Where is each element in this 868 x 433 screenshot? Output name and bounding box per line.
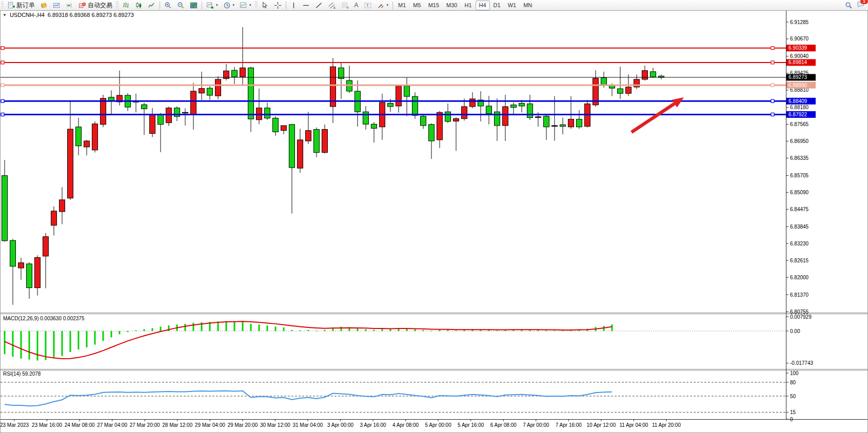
svg-text:23 Mar 16:00: 23 Mar 16:00	[32, 422, 62, 428]
new-order-label: 新订单	[16, 1, 35, 10]
equidistant-channel-button[interactable]: E	[325, 0, 339, 11]
tab-timeframe-m30[interactable]: M30	[443, 1, 461, 10]
svg-text:27 Mar 20:00: 27 Mar 20:00	[130, 422, 160, 428]
svg-text:7 Apr 16:00: 7 Apr 16:00	[556, 422, 582, 428]
svg-text:3 Apr 16:00: 3 Apr 16:00	[360, 422, 386, 428]
tab-timeframe-h1[interactable]: H1	[461, 1, 475, 10]
text-label-icon: T	[364, 2, 372, 9]
dropdown-caret: ▾	[216, 3, 218, 7]
svg-text:30 Mar 12:00: 30 Mar 12:00	[260, 422, 290, 428]
svg-text:6.82000: 6.82000	[790, 275, 809, 280]
tab-timeframe-m1[interactable]: M1	[394, 1, 409, 10]
svg-text:6.86335: 6.86335	[790, 155, 809, 161]
svg-text:31 Mar 04:00: 31 Mar 04:00	[292, 422, 323, 428]
separator	[392, 2, 393, 9]
svg-text:6.88990: 6.88990	[788, 83, 807, 88]
svg-text:29 Mar 20:00: 29 Mar 20:00	[227, 422, 258, 428]
zoom-in-button[interactable]	[162, 0, 174, 11]
tile-windows-button[interactable]	[187, 0, 200, 11]
zoom-out-button[interactable]	[174, 0, 187, 11]
chart-window: ▼ USDCNH-,H4 6.89318 6.89368 6.89273 6.8…	[0, 10, 868, 433]
profiles-button[interactable]	[50, 0, 63, 11]
bar-chart-icon	[122, 2, 130, 9]
tab-timeframe-mn[interactable]: MN	[520, 1, 536, 10]
yellow-cube-icon	[40, 2, 48, 9]
fibonacci-icon: F	[341, 2, 349, 9]
fibonacci-button[interactable]: F	[339, 0, 352, 11]
crosshair-button[interactable]	[271, 0, 284, 11]
svg-text:6.88180: 6.88180	[790, 105, 809, 110]
notification-badge: 1	[860, 0, 868, 4]
svg-text:11 Apr 20:00: 11 Apr 20:00	[652, 422, 681, 428]
tab-timeframe-m5[interactable]: M5	[409, 1, 424, 10]
arrows-button[interactable]: ▾	[374, 0, 391, 11]
svg-text:24 Mar 08:00: 24 Mar 08:00	[65, 422, 95, 428]
zoom-in-icon	[164, 2, 172, 9]
chart-window-icon	[53, 2, 61, 9]
svg-text:15: 15	[790, 409, 796, 415]
chart-symbol-period: USDCNH-,H4	[10, 12, 45, 18]
svg-text:6.87565: 6.87565	[790, 121, 809, 127]
tab-timeframe-m15[interactable]: M15	[425, 1, 443, 10]
text-button[interactable]: A	[352, 0, 361, 11]
svg-text:T: T	[366, 3, 369, 8]
dropdown-caret: ▾	[249, 3, 251, 7]
svg-text:27 Mar 04:00: 27 Mar 04:00	[97, 422, 127, 428]
candlestick-chart-icon	[135, 2, 143, 9]
svg-text:6.84475: 6.84475	[790, 207, 809, 212]
chart-bars-button[interactable]	[120, 0, 132, 11]
new-order-button[interactable]: 新订单	[5, 0, 37, 11]
marketwatch-button[interactable]	[37, 0, 50, 11]
svg-text:6.89814: 6.89814	[788, 59, 807, 65]
trendline-icon	[315, 2, 323, 9]
svg-text:MACD(12,26,9) 0.003630 0.00237: MACD(12,26,9) 0.003630 0.002375	[3, 316, 85, 321]
search-icon[interactable]	[845, 2, 853, 9]
chart-candles-button[interactable]	[132, 0, 145, 11]
vertical-line-button[interactable]	[288, 0, 300, 11]
add-indicator-icon	[206, 2, 214, 9]
tab-timeframe-h4[interactable]: H4	[476, 1, 490, 10]
tab-timeframe-w1[interactable]: W1	[504, 1, 520, 10]
horizontal-line-button[interactable]	[300, 0, 312, 11]
separator	[202, 2, 202, 9]
chart-title-bar: ▼ USDCNH-,H4 6.89318 6.89368 6.89273 6.8…	[3, 12, 134, 18]
svg-text:6.83845: 6.83845	[790, 224, 809, 230]
dropdown-caret: ▾	[233, 3, 235, 7]
text-tool-icon: A	[354, 2, 359, 9]
svg-text:6.90339: 6.90339	[788, 45, 807, 51]
svg-text:100: 100	[790, 370, 799, 376]
cursor-icon	[261, 2, 269, 9]
text-label-button[interactable]: T	[361, 0, 374, 11]
svg-text:4 Apr 08:00: 4 Apr 08:00	[392, 422, 419, 428]
indicators-button[interactable]: ▾	[204, 0, 221, 11]
cursor-button[interactable]	[259, 0, 271, 11]
main-toolbar: 新订单 自动交易	[0, 0, 868, 11]
trendline-button[interactable]	[312, 0, 325, 11]
clock-icon	[223, 2, 231, 9]
notifications-button[interactable]: 1	[857, 1, 865, 10]
timeframe-switcher: M1M5M15M30H1H4D1W1MN	[394, 1, 536, 10]
tab-timeframe-d1[interactable]: D1	[490, 1, 504, 10]
separator	[160, 2, 160, 9]
auto-trading-icon	[78, 2, 86, 9]
signals-button[interactable]	[63, 0, 76, 11]
periods-button[interactable]: ▾	[221, 0, 238, 11]
horizontal-line-icon	[302, 2, 310, 9]
svg-text:11 Apr 04:00: 11 Apr 04:00	[619, 422, 648, 428]
toolbar-grip	[1, 2, 4, 9]
chart-line-button[interactable]	[145, 0, 158, 11]
collapse-chart-toggle[interactable]: ▼	[3, 13, 7, 17]
svg-text:50: 50	[790, 394, 796, 399]
svg-text:6.82615: 6.82615	[790, 258, 809, 263]
svg-text:28 Mar 12:00: 28 Mar 12:00	[162, 422, 192, 428]
new-order-icon	[7, 2, 15, 9]
auto-trading-button[interactable]: 自动交易	[76, 0, 115, 11]
price-chart-canvas[interactable]: MACD(12,26,9) 0.003630 0.002375RSI(14) 5…	[1, 11, 867, 432]
svg-text:6.85090: 6.85090	[790, 190, 809, 195]
templates-button[interactable]: ▾	[237, 0, 254, 11]
arrow-objects-icon	[377, 2, 385, 9]
svg-text:6.88409: 6.88409	[788, 98, 807, 104]
svg-text:5 Apr 00:00: 5 Apr 00:00	[425, 422, 452, 428]
toolbar-grip	[255, 2, 258, 9]
svg-text:RSI(14) 59.2078: RSI(14) 59.2078	[3, 371, 41, 377]
